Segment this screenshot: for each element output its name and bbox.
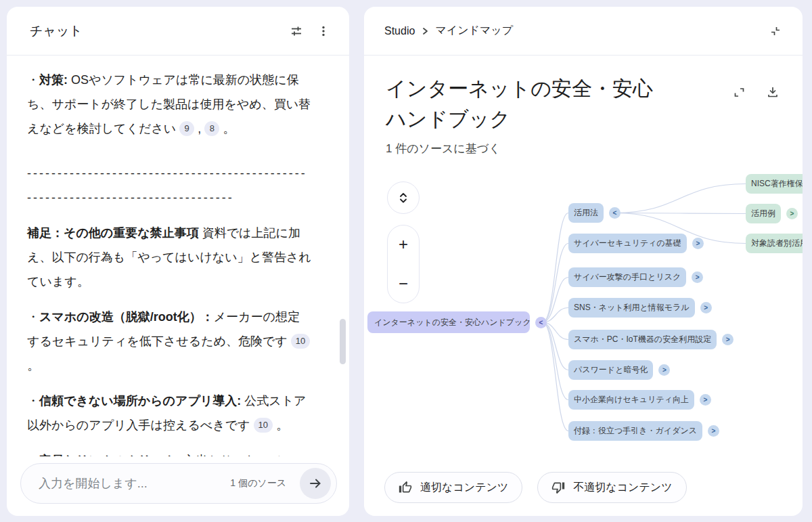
mindmap-node-row: 付録：役立つ手引き・ガイダンス> <box>568 421 719 441</box>
expand-toggle-icon[interactable]: > <box>786 208 798 219</box>
zoom-out-button[interactable]: − <box>390 270 417 297</box>
expand-toggle-icon[interactable]: > <box>722 334 734 345</box>
mindmap-node[interactable]: 付録：役立つ手引き・ガイダンス <box>568 421 702 441</box>
mindmap-node[interactable]: サイバー攻撃の手口とリスク <box>568 267 686 287</box>
thumb-down-icon <box>551 481 565 494</box>
mindmap-node[interactable]: 中小企業向けセキュリティ向上 <box>568 390 694 410</box>
mindmap-node-row: NISC著作権保有 <box>746 174 803 194</box>
chat-input-wrap: 1 個のソース <box>7 456 349 516</box>
chevron-right-icon <box>420 26 430 36</box>
breadcrumb-mindmap: マインドマップ <box>435 24 513 38</box>
mindmap-node-row: 活用法< <box>568 203 621 223</box>
breadcrumb-studio[interactable]: Studio <box>384 25 415 37</box>
mindmap-root-node[interactable]: インターネットの安全・安心ハンドブック <box>367 311 530 333</box>
text-segment: ・ <box>27 394 39 408</box>
collapse-panel-icon <box>769 25 782 37</box>
text-segment: ----------------------------------------… <box>27 167 307 204</box>
text-segment: 信頼できない場所からのアプリ導入: <box>39 394 241 408</box>
chat-scrollbar[interactable] <box>340 319 346 364</box>
bad-content-label: 不適切なコンテンツ <box>573 481 672 495</box>
feedback-row: 適切なコンテンツ 不適切なコンテンツ <box>384 472 687 503</box>
mindmap-node[interactable]: パスワードと暗号化 <box>568 360 653 380</box>
mindmap-node[interactable]: サイバーセキュリティの基礎 <box>568 234 687 253</box>
text-segment: 。 <box>273 418 288 432</box>
chat-paragraph: 補足：その他の重要な禁止事項 資料では上記に加え、以下の行為も「やってはいけない… <box>27 221 311 294</box>
mindmap-node-row: SNS・ネット利用と情報モラル> <box>568 298 712 318</box>
chat-header: チャット <box>7 7 349 56</box>
text-segment: 対策: <box>39 73 68 87</box>
good-content-label: 適切なコンテンツ <box>420 481 508 495</box>
breadcrumb: Studio マインドマップ <box>384 24 762 38</box>
citation-chip[interactable]: 8 <box>204 121 219 136</box>
expand-toggle-icon[interactable]: > <box>658 364 670 376</box>
chat-input[interactable] <box>39 477 225 491</box>
expand-collapse-all-button[interactable] <box>387 181 420 214</box>
send-button[interactable] <box>300 468 331 499</box>
thumb-up-icon <box>399 481 412 494</box>
bad-content-button[interactable]: 不適切なコンテンツ <box>537 472 686 503</box>
zoom-in-button[interactable]: + <box>390 231 417 258</box>
text-segment: 。 <box>219 122 235 135</box>
download-button[interactable] <box>759 79 786 106</box>
mindmap-node-row: 活用例> <box>746 204 798 223</box>
studio-header: Studio マインドマップ <box>364 7 803 56</box>
text-segment: スマホの改造（脱獄/root化）： <box>39 310 214 324</box>
open-in-full-icon <box>733 86 746 99</box>
expand-toggle-icon[interactable]: > <box>708 425 719 437</box>
chat-input-bar[interactable]: 1 個のソース <box>20 463 337 504</box>
more-vert-icon <box>317 24 330 38</box>
chat-divider-dashes: ----------------------------------------… <box>27 161 311 210</box>
mindmap-node-row: サイバーセキュリティの基礎> <box>568 234 704 253</box>
mindmap-node-row: 対象読者別活用法 <box>746 234 803 253</box>
text-segment: 。 <box>27 359 39 372</box>
citation-chip[interactable]: 9 <box>179 121 194 136</box>
chat-panel: チャット ・対策: OSやソフトウェアは常に最新の状態に保ち、サポートが終了した… <box>7 7 349 516</box>
mindmap-node[interactable]: 活用法 <box>568 203 604 223</box>
citation-chip[interactable]: 10 <box>254 418 273 433</box>
chat-paragraph: ・スマホの改造（脱獄/root化）：メーカーの想定するセキュリティを低下させるた… <box>27 305 311 378</box>
text-segment: , <box>194 122 204 135</box>
mindmap-node-row: サイバー攻撃の手口とリスク> <box>568 267 703 287</box>
chat-message-area: ・対策: OSやソフトウェアは常に最新の状態に保ち、サポートが終了した製品は使用… <box>7 56 349 456</box>
mindmap-subtitle: 1 件のソースに基づく <box>364 134 803 156</box>
chat-more-menu-button[interactable] <box>310 18 337 45</box>
expand-toggle-icon[interactable]: > <box>700 394 711 406</box>
chat-paragraph: ・信頼できない場所からのアプリ導入: 公式ストア以外からのアプリ入手は控えるべき… <box>27 389 311 437</box>
text-segment: ・ <box>27 310 39 324</box>
mindmap-node-row: 中小企業向けセキュリティ向上> <box>568 390 711 410</box>
expand-toggle-icon[interactable]: > <box>700 302 712 313</box>
chat-settings-button[interactable] <box>283 18 310 45</box>
text-segment: 補足：その他の重要な禁止事項 <box>27 226 199 240</box>
text-segment: ・ <box>27 73 39 87</box>
text-segment: OSやソフトウェアは常に最新の状態に保ち、サポートが終了した製品は使用をやめ、買… <box>27 73 311 135</box>
collapse-toggle-icon[interactable]: < <box>535 317 547 328</box>
collapse-toggle-icon[interactable]: < <box>609 207 621 219</box>
mindmap-node[interactable]: 対象読者別活用法 <box>746 234 803 253</box>
mindmap-node-row: パスワードと暗号化> <box>568 360 670 380</box>
mindmap-node[interactable]: SNS・ネット利用と情報モラル <box>568 298 695 318</box>
download-icon <box>766 85 780 99</box>
chat-paragraph: ・安易なリンクのクリック: 心当たりのないメ <box>27 448 311 456</box>
mindmap-node-row: スマホ・PC・IoT機器の安全利用設定> <box>568 330 734 349</box>
mindmap-root-row: インターネットの安全・安心ハンドブック < <box>367 311 547 333</box>
mindmap-node[interactable]: 活用例 <box>746 204 781 223</box>
mindmap-title: インターネットの安全・安心ハンドブック <box>386 73 656 134</box>
expand-toggle-icon[interactable]: > <box>692 271 703 283</box>
chat-paragraph: ・対策: OSやソフトウェアは常に最新の状態に保ち、サポートが終了した製品は使用… <box>27 68 311 141</box>
source-count-label: 1 個のソース <box>230 477 286 490</box>
arrow-right-icon <box>308 476 323 491</box>
good-content-button[interactable]: 適切なコンテンツ <box>384 472 522 503</box>
fullscreen-button[interactable] <box>725 79 752 106</box>
zoom-controls: + − <box>387 225 420 303</box>
mindmap-node[interactable]: NISC著作権保有 <box>746 174 803 194</box>
citation-chip[interactable]: 10 <box>291 334 310 349</box>
studio-panel: Studio マインドマップ インターネットの安全・安心ハンドブック <box>364 7 803 516</box>
unfold-more-icon <box>397 191 410 204</box>
tune-sliders-icon <box>290 24 303 38</box>
expand-toggle-icon[interactable]: > <box>692 238 704 249</box>
collapse-panel-button[interactable] <box>762 18 789 45</box>
map-title-row: インターネットの安全・安心ハンドブック <box>364 56 803 134</box>
chat-panel-title: チャット <box>30 22 283 40</box>
mindmap-node[interactable]: スマホ・PC・IoT機器の安全利用設定 <box>568 330 717 349</box>
